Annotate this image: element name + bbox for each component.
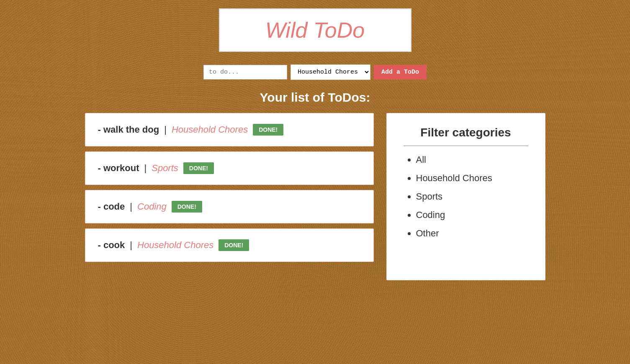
filter-list-item[interactable]: Household Chores — [416, 173, 528, 184]
done-button[interactable]: DONE! — [183, 162, 214, 174]
filter-list-item[interactable]: Sports — [416, 191, 528, 202]
todo-separator: | — [144, 163, 147, 174]
todo-category: Coding — [137, 201, 167, 212]
category-select[interactable]: Household ChoresSportsCodingOther — [291, 64, 370, 80]
filter-list-item[interactable]: Coding — [416, 210, 528, 220]
todo-card: - cook|Household ChoresDONE! — [85, 228, 374, 262]
filter-list-item[interactable]: Other — [416, 228, 528, 239]
todo-task: - workout — [98, 163, 139, 174]
todo-item-content: - code|CodingDONE! — [98, 201, 361, 213]
todo-task: - cook — [98, 240, 125, 251]
todo-category: Sports — [152, 163, 178, 174]
filter-list: AllHousehold ChoresSportsCodingOther — [404, 154, 528, 239]
done-button[interactable]: DONE! — [219, 239, 249, 251]
todo-separator: | — [130, 201, 132, 212]
list-heading: Your list of ToDos: — [260, 90, 370, 105]
done-button[interactable]: DONE! — [172, 201, 202, 213]
todo-input[interactable] — [203, 65, 287, 79]
todo-item-content: - cook|Household ChoresDONE! — [98, 239, 361, 251]
content-area: - walk the dog|Household ChoresDONE!- wo… — [85, 113, 545, 280]
todo-item-content: - walk the dog|Household ChoresDONE! — [98, 124, 361, 136]
todo-card: - workout|SportsDONE! — [85, 151, 374, 185]
done-button[interactable]: DONE! — [253, 124, 283, 136]
todo-separator: | — [164, 124, 167, 135]
todo-item-content: - workout|SportsDONE! — [98, 162, 361, 174]
todo-task: - walk the dog — [98, 124, 159, 135]
app-title: Wild ToDo — [253, 18, 377, 43]
page-wrapper: Wild ToDo Household ChoresSportsCodingOt… — [0, 0, 630, 289]
todo-card: - code|CodingDONE! — [85, 190, 374, 223]
todo-card: - walk the dog|Household ChoresDONE! — [85, 113, 374, 146]
title-box: Wild ToDo — [219, 8, 411, 52]
filter-divider — [404, 146, 528, 146]
todo-category: Household Chores — [172, 124, 248, 135]
add-todo-button[interactable]: Add a ToDo — [374, 65, 427, 79]
filter-panel: Filter categories AllHousehold ChoresSpo… — [386, 113, 545, 280]
todo-task: - code — [98, 201, 125, 212]
todo-list: - walk the dog|Household ChoresDONE!- wo… — [85, 113, 374, 262]
todo-category: Household Chores — [137, 240, 213, 251]
filter-title: Filter categories — [404, 126, 528, 139]
filter-list-item[interactable]: All — [416, 154, 528, 165]
todo-separator: | — [130, 240, 132, 251]
input-area: Household ChoresSportsCodingOther Add a … — [203, 64, 427, 80]
